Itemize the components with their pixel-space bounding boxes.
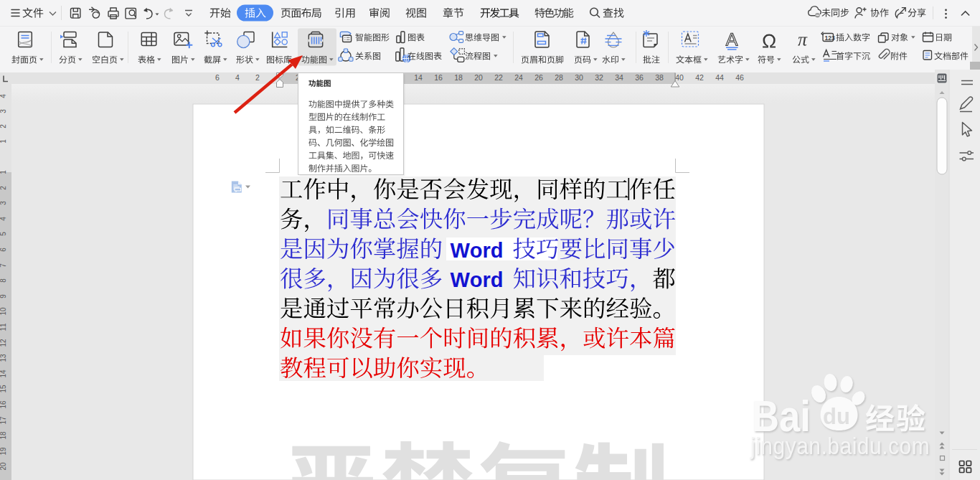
svg-text:3: 3: [0, 109, 7, 113]
svg-text:36: 36: [635, 73, 644, 82]
svg-text:44: 44: [715, 73, 724, 82]
svg-text:40: 40: [675, 73, 684, 82]
svg-text:28: 28: [555, 73, 563, 82]
svg-text:Word: Word: [451, 268, 504, 291]
svg-text:18: 18: [454, 73, 463, 82]
svg-text:19: 19: [0, 447, 7, 456]
svg-text:20: 20: [0, 462, 7, 471]
svg-text:5: 5: [0, 232, 7, 236]
svg-text:14: 14: [0, 370, 7, 378]
svg-text:38: 38: [655, 73, 664, 82]
svg-text:16: 16: [434, 73, 443, 82]
svg-text:1: 1: [0, 170, 7, 174]
svg-text:26: 26: [534, 73, 543, 82]
svg-text:4: 4: [0, 217, 7, 221]
svg-text:22: 22: [494, 73, 503, 82]
svg-text:2: 2: [0, 186, 7, 190]
svg-text:9: 9: [0, 294, 7, 298]
svg-text:2: 2: [0, 124, 7, 128]
svg-text:20: 20: [474, 73, 483, 82]
svg-text:10: 10: [0, 307, 7, 316]
svg-text:30: 30: [575, 73, 583, 82]
svg-text:4: 4: [0, 94, 7, 98]
svg-text:24: 24: [514, 73, 523, 82]
svg-text:15: 15: [0, 385, 7, 393]
svg-text:3: 3: [0, 201, 7, 205]
svg-text:6: 6: [215, 73, 220, 82]
svg-text:Word: Word: [451, 239, 504, 262]
svg-text:du: du: [823, 404, 850, 429]
svg-text:46: 46: [735, 73, 744, 82]
svg-text:8: 8: [0, 278, 7, 283]
svg-text:16: 16: [0, 400, 7, 409]
svg-text:7: 7: [0, 263, 7, 268]
svg-text:32: 32: [595, 73, 603, 82]
svg-text:13: 13: [0, 354, 7, 362]
svg-text:jingyan.baidu.com: jingyan.baidu.com: [750, 432, 930, 459]
svg-text:2: 2: [255, 73, 260, 82]
svg-text:11: 11: [0, 323, 7, 331]
svg-text:123: 123: [825, 34, 835, 42]
svg-text:34: 34: [615, 73, 623, 82]
svg-text:42: 42: [695, 73, 704, 82]
svg-text:6: 6: [0, 248, 7, 252]
svg-text:1: 1: [0, 139, 7, 143]
svg-text:14: 14: [414, 73, 423, 82]
svg-text:18: 18: [0, 431, 7, 440]
svg-text:4: 4: [235, 73, 240, 82]
svg-text:12: 12: [0, 339, 7, 347]
svg-text:17: 17: [0, 416, 7, 425]
